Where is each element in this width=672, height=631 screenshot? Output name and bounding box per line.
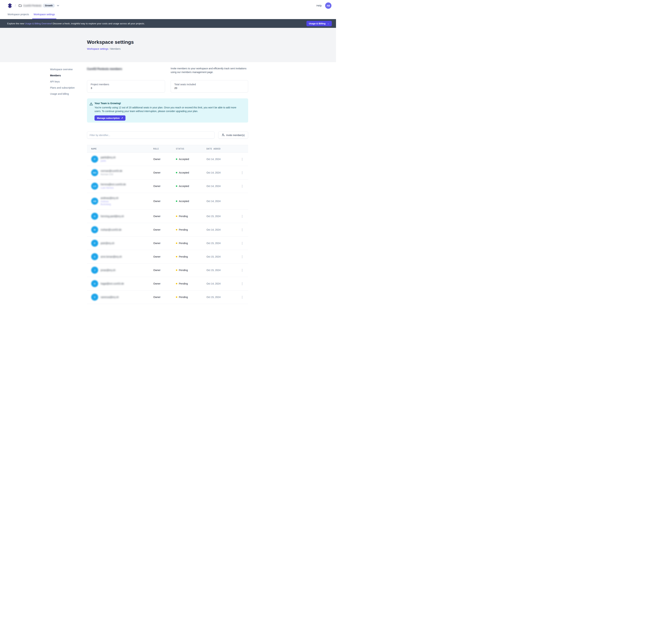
row-menu-button[interactable]: ⋮: [240, 268, 244, 273]
status-label: Pending: [179, 228, 188, 231]
member-date: Oct 15, 2024: [207, 296, 238, 299]
member-role: Owner: [153, 296, 176, 299]
breadcrumb-settings-link[interactable]: Workspace settings: [87, 47, 108, 50]
member-avatar: NO: [91, 169, 98, 176]
member-email: piotr@ery.sh: [101, 242, 115, 244]
sidebar-item-usage-billing[interactable]: Usage and billing: [50, 92, 75, 96]
folder-icon: [19, 4, 22, 7]
member-avatar: H: [91, 280, 98, 287]
member-role: Owner: [153, 215, 176, 218]
stat-cards: Project members 3 Total seats included 2…: [87, 80, 248, 92]
status-label: Pending: [179, 242, 188, 244]
usage-billing-banner: Explore the new Usage & Billing Overview…: [0, 19, 336, 28]
status-label: Pending: [179, 282, 188, 285]
table-row: LH herrera@ext.cure53.de Luan Herrera Ow…: [87, 180, 248, 193]
project-members-label: Project members: [91, 83, 161, 86]
member-date: Oct 15, 2024: [207, 242, 238, 244]
member-date: Oct 15, 2024: [207, 269, 238, 272]
member-avatar: M: [91, 226, 98, 233]
member-name[interactable]: Norman CS2: [101, 173, 122, 176]
status-dot: [176, 297, 177, 298]
member-role: Owner: [153, 255, 176, 258]
breadcrumb-current: Members: [111, 47, 121, 50]
member-email: herrera@ext.cure53.de: [101, 183, 126, 186]
project-members-card: Project members 3: [87, 80, 165, 92]
status-dot: [176, 270, 177, 271]
member-name[interactable]: AndreasBucksteeg: [101, 200, 118, 206]
total-seats-value: 20: [174, 87, 244, 90]
tab-workspace-projects[interactable]: Workspace projects: [7, 11, 29, 19]
row-menu-button[interactable]: ⋮: [240, 282, 244, 286]
banner-message: Explore the new Usage & Billing Overview…: [7, 22, 145, 25]
status-dot: [176, 229, 177, 230]
member-avatar: J: [91, 267, 98, 274]
member-name[interactable]: Luan Herrera: [101, 186, 126, 189]
banner-text-prefix: Explore the new: [7, 22, 25, 25]
user-avatar[interactable]: AB: [325, 2, 332, 9]
plan-badge: Growth: [43, 4, 55, 7]
member-email: henning.pard@ery.sh: [101, 215, 124, 218]
member-date: Oct 14, 2024: [207, 185, 238, 188]
status-label: Pending: [179, 215, 188, 218]
sidebar-item-members[interactable]: Members: [50, 73, 75, 77]
members-table-body: P patrik@ery.sh patrik Owner Accepted Oc…: [87, 153, 248, 304]
members-toolbar: Invite member(s): [87, 132, 248, 139]
project-members-value: 3: [91, 87, 161, 90]
usage-billing-button[interactable]: Usage & Billing →: [307, 21, 332, 26]
arrow-right-icon: →: [327, 22, 329, 25]
arrow-up-right-icon: ↗: [121, 117, 123, 119]
row-menu-button[interactable]: ⋮: [240, 241, 244, 246]
usage-billing-button-label: Usage & Billing: [309, 22, 326, 25]
member-email: jonas@ery.sh: [101, 269, 116, 272]
app-logo-icon[interactable]: [8, 3, 12, 8]
table-row: H hagai@ext.cure53.de Owner Pending Oct …: [87, 277, 248, 290]
workspace-breadcrumb[interactable]: Cure53 Pentests Growth: [19, 4, 59, 7]
status-label: Pending: [179, 269, 188, 272]
filter-input[interactable]: [87, 132, 215, 139]
member-role: Owner: [153, 158, 176, 161]
status-dot: [176, 172, 177, 173]
member-role: Owner: [153, 171, 176, 174]
usage-billing-overview-link[interactable]: Usage & Billing Overview: [25, 22, 51, 25]
page-title: Workspace settings: [87, 39, 134, 45]
members-table: NAME ROLE STATUS DATE ADDED P patrik@ery…: [87, 145, 248, 304]
status-label: Accepted: [179, 171, 189, 174]
table-row: NO norman@cure53.de Norman CS2 Owner Acc…: [87, 166, 248, 180]
breadcrumb-slash: /: [108, 47, 111, 50]
table-row: P patrik@ery.sh patrik Owner Accepted Oc…: [87, 153, 248, 166]
status-label: Accepted: [179, 200, 189, 203]
member-date: Oct 14, 2024: [207, 171, 238, 174]
row-menu-button[interactable]: ⋮: [240, 170, 244, 175]
sidebar-item-workspace-overview[interactable]: Workspace overview: [50, 67, 75, 71]
sidebar-item-plans-subscription[interactable]: Plans and subscription: [50, 86, 75, 90]
total-seats-label: Total seats included: [174, 83, 244, 86]
manage-subscription-button[interactable]: Manage subscription ↗: [95, 115, 125, 121]
top-bar: / Cure53 Pentests Growth Help AB: [0, 0, 336, 11]
row-menu-button[interactable]: ⋮: [240, 184, 244, 188]
help-link[interactable]: Help: [316, 4, 322, 7]
member-email: patrik@ery.sh: [101, 156, 116, 159]
table-row: M mohan@cure53.de Owner Pending Oct 14, …: [87, 223, 248, 236]
row-menu-button[interactable]: ⋮: [240, 214, 244, 218]
member-email: andreas@ery.sh: [101, 196, 118, 200]
row-menu-button[interactable]: ⋮: [240, 295, 244, 299]
page-header: Workspace settings Workspace settings / …: [0, 28, 336, 62]
column-header-status: STATUS: [176, 147, 207, 150]
member-avatar: LH: [91, 183, 98, 190]
total-seats-card: Total seats included 20: [171, 80, 248, 92]
tab-workspace-settings[interactable]: Workspace settings: [33, 11, 55, 19]
row-menu-button[interactable]: ⋮: [240, 157, 244, 161]
row-menu-button[interactable]: ⋮: [240, 228, 244, 232]
workspace-name: Cure53 Pentests: [23, 4, 42, 7]
workspace-tabs: Workspace projects Workspace settings: [0, 11, 336, 19]
chevron-down-icon[interactable]: [56, 5, 59, 6]
status-label: Pending: [179, 255, 188, 258]
invite-members-button[interactable]: Invite member(s): [218, 132, 248, 139]
team-growing-alert: Your Team is Growing! You're currently u…: [87, 98, 248, 122]
row-menu-button[interactable]: ⋮: [240, 255, 244, 259]
sidebar-item-api-keys[interactable]: API keys: [50, 80, 75, 84]
column-header-date-added: DATE ADDED: [207, 147, 238, 150]
member-name[interactable]: patrik: [101, 160, 116, 162]
member-email: mohan@cure53.de: [101, 228, 121, 231]
member-date: Oct 14, 2024: [207, 228, 238, 231]
